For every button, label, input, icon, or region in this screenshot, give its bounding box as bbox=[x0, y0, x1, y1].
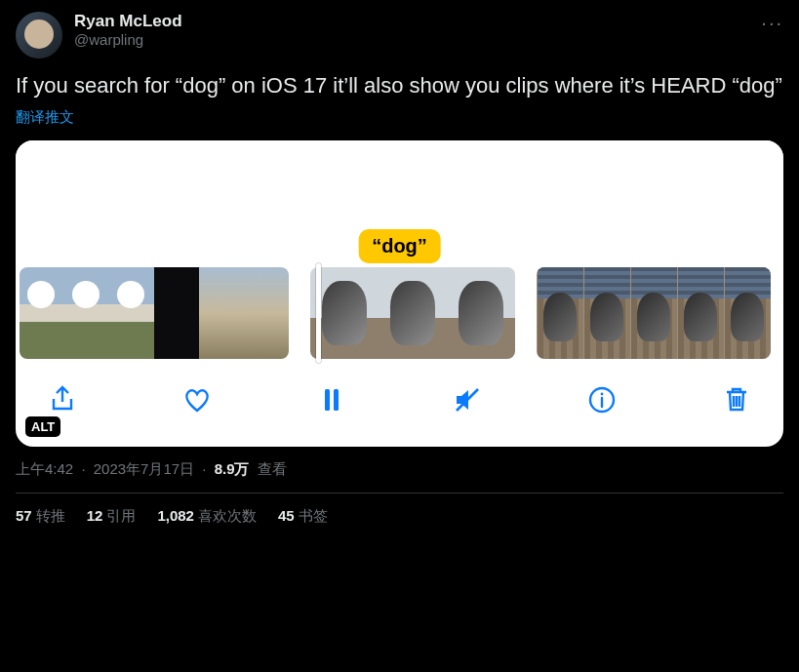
tweet-container: Ryan McLeod @warpling ··· If you search … bbox=[0, 0, 799, 539]
display-name: Ryan McLeod bbox=[74, 12, 182, 31]
svg-point-4 bbox=[600, 392, 603, 395]
info-icon[interactable] bbox=[584, 382, 619, 417]
clip-frame bbox=[537, 267, 583, 359]
clip-frame bbox=[244, 267, 289, 359]
tweet-header: Ryan McLeod @warpling ··· bbox=[16, 12, 783, 59]
clip-group-wrap bbox=[310, 267, 515, 359]
alt-badge[interactable]: ALT bbox=[25, 416, 60, 437]
clip-group[interactable] bbox=[537, 267, 771, 359]
tweet-stats: 57转推 12引用 1,082喜欢次数 45书签 bbox=[16, 494, 783, 539]
media-preview-area: “dog” bbox=[16, 140, 783, 267]
svg-rect-1 bbox=[334, 389, 339, 411]
translate-link[interactable]: 翻译推文 bbox=[16, 108, 74, 127]
post-date[interactable]: 2023年7月17日 bbox=[94, 460, 194, 477]
clip-frame bbox=[199, 267, 244, 359]
bookmarks-stat[interactable]: 45书签 bbox=[278, 507, 328, 526]
clip-frame bbox=[379, 267, 447, 359]
retweets-stat[interactable]: 57转推 bbox=[16, 507, 65, 526]
heart-icon[interactable] bbox=[180, 382, 215, 417]
clip-frame bbox=[630, 267, 677, 359]
highlight-word: “dog” bbox=[372, 235, 427, 257]
clip-frame bbox=[583, 267, 630, 359]
clip-frame bbox=[64, 267, 109, 359]
likes-stat[interactable]: 1,082喜欢次数 bbox=[157, 507, 257, 526]
post-time[interactable]: 上午4:42 bbox=[16, 460, 73, 477]
svg-rect-0 bbox=[325, 389, 330, 411]
mute-icon[interactable] bbox=[450, 382, 485, 417]
views-count: 8.9万 bbox=[215, 460, 250, 477]
clip-frame bbox=[109, 267, 154, 359]
playhead[interactable] bbox=[316, 263, 321, 363]
tweet-meta: 上午4:42 · 2023年7月17日 · 8.9万 查看 bbox=[16, 460, 783, 494]
more-button[interactable]: ··· bbox=[761, 12, 783, 34]
clip-frame bbox=[677, 267, 724, 359]
author-block[interactable]: Ryan McLeod @warpling bbox=[74, 12, 182, 49]
search-highlight-tag: “dog” bbox=[358, 229, 441, 263]
quotes-stat[interactable]: 12引用 bbox=[87, 507, 137, 526]
trash-icon[interactable] bbox=[719, 382, 754, 417]
clip-frame bbox=[154, 267, 199, 359]
handle: @warpling bbox=[74, 31, 182, 49]
clip-frame bbox=[724, 267, 771, 359]
video-timeline[interactable] bbox=[16, 267, 783, 359]
clip-frame bbox=[447, 267, 515, 359]
share-icon[interactable] bbox=[45, 382, 80, 417]
clip-group[interactable] bbox=[20, 267, 289, 359]
media-controls bbox=[16, 359, 783, 447]
clip-group[interactable] bbox=[310, 267, 515, 359]
views-label: 查看 bbox=[258, 460, 287, 477]
tweet-text: If you search for “dog” on iOS 17 it’ll … bbox=[16, 72, 783, 100]
pause-icon[interactable] bbox=[314, 382, 349, 417]
avatar[interactable] bbox=[16, 12, 62, 59]
media-card[interactable]: “dog” bbox=[16, 140, 783, 447]
clip-frame bbox=[20, 267, 64, 359]
